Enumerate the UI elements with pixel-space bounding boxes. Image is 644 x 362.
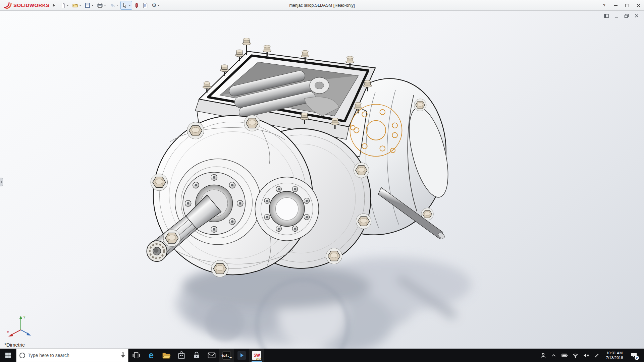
maximize-button[interactable] <box>621 0 633 11</box>
media-app-icon <box>237 351 246 360</box>
clock-time: 10:31 AM <box>606 351 623 355</box>
file-properties-icon <box>142 2 148 8</box>
clock-date: 7/13/2018 <box>606 355 623 360</box>
media-app-button[interactable] <box>234 349 249 362</box>
chevron-up-icon <box>551 354 556 357</box>
triad-x-label: x <box>7 330 9 334</box>
panel-flyout-handle[interactable] <box>0 178 3 186</box>
document-window-controls <box>603 13 640 19</box>
minimize-icon <box>614 5 618 6</box>
child-restore-icon <box>624 14 629 18</box>
battery-button[interactable] <box>559 349 570 362</box>
close-icon <box>637 4 640 7</box>
select-tool-dropdown[interactable] <box>129 5 131 6</box>
window-controls: ? <box>598 0 644 11</box>
document-title: menjac sklop.SLDASM [Read-only] <box>289 0 355 11</box>
child-minimize-button[interactable] <box>613 13 620 19</box>
solidworks-icon: SW 2017 <box>252 351 261 360</box>
hidden-icons-button[interactable] <box>548 349 559 362</box>
taskbar-search-box[interactable] <box>16 349 128 362</box>
pen-button[interactable] <box>591 349 602 362</box>
dock-panel-icon <box>604 14 609 18</box>
select-tool-button[interactable] <box>120 1 132 10</box>
child-close-icon <box>635 14 639 18</box>
mail-icon <box>208 352 216 358</box>
close-button[interactable] <box>633 0 644 11</box>
solidworks-taskbar-button[interactable]: SW 2017 <box>249 349 264 362</box>
save-dropdown[interactable] <box>92 5 94 6</box>
cortana-icon <box>19 353 25 358</box>
child-dock-button[interactable] <box>603 13 610 19</box>
windows-logo-icon <box>5 352 11 358</box>
people-icon <box>540 353 546 358</box>
solidworks-logo: SOLIDWORKS <box>0 2 52 9</box>
graphics-area[interactable] <box>0 11 644 349</box>
command-prompt-button[interactable]: &gt;_ <box>219 349 234 362</box>
maximize-icon <box>625 4 629 7</box>
brand-wordmark: SOLIDWORKS <box>13 2 49 8</box>
select-cursor-icon <box>122 2 128 8</box>
show-desktop-button[interactable] <box>641 349 644 362</box>
main-toolbar: ⚙ <box>58 1 161 10</box>
store-bag-icon <box>178 351 185 359</box>
graphics-viewport[interactable]: *Dimetric Y x <box>0 11 644 349</box>
print-button[interactable] <box>96 1 107 10</box>
rebuild-icon <box>134 2 139 8</box>
undo-icon <box>109 2 115 8</box>
options-button[interactable]: ⚙ <box>150 1 161 10</box>
solidworks-window: SOLIDWORKS <box>0 0 644 362</box>
triad-y-label: Y <box>23 315 26 319</box>
file-explorer-button[interactable] <box>159 349 174 362</box>
titlebar: SOLIDWORKS <box>0 0 644 11</box>
mail-button[interactable] <box>204 349 219 362</box>
child-close-button[interactable] <box>633 13 640 19</box>
child-minimize-icon <box>614 14 619 18</box>
rebuild-button[interactable] <box>133 1 140 10</box>
new-document-icon <box>60 2 66 8</box>
save-button[interactable] <box>83 1 95 10</box>
people-button[interactable] <box>538 349 548 362</box>
volume-button[interactable] <box>581 349 591 362</box>
action-center-button[interactable]: 2 <box>627 349 641 362</box>
view-orientation-label: *Dimetric <box>4 342 25 348</box>
options-gear-icon: ⚙ <box>152 2 156 8</box>
file-explorer-icon <box>162 352 171 359</box>
orientation-triad[interactable]: Y x <box>6 313 38 340</box>
notification-badge: 2 <box>635 356 639 360</box>
padlock-icon <box>193 351 200 359</box>
open-button[interactable] <box>71 1 83 10</box>
edge-icon: e <box>149 351 154 360</box>
print-dropdown[interactable] <box>104 5 106 6</box>
start-button[interactable] <box>0 349 16 362</box>
task-view-button[interactable] <box>128 349 144 362</box>
new-document-button[interactable] <box>58 1 70 10</box>
new-document-dropdown[interactable] <box>67 5 69 6</box>
print-icon <box>97 2 103 8</box>
help-button[interactable]: ? <box>598 0 610 11</box>
wifi-icon <box>573 353 578 358</box>
undo-dropdown[interactable] <box>116 5 118 6</box>
command-prompt-icon: &gt;_ <box>222 351 231 360</box>
brand-mark-icon <box>3 2 12 9</box>
menu-expand-arrow[interactable] <box>53 4 55 7</box>
task-view-icon <box>132 352 140 359</box>
store-button[interactable] <box>174 349 189 362</box>
taskbar-clock[interactable]: 10:31 AM 7/13/2018 <box>602 349 627 362</box>
save-icon <box>85 2 91 8</box>
secondary-flange[interactable] <box>255 177 319 241</box>
pen-icon <box>594 353 599 358</box>
file-properties-button[interactable] <box>141 1 150 10</box>
lock-app-button[interactable] <box>189 349 204 362</box>
edge-browser-button[interactable]: e <box>144 349 159 362</box>
open-dropdown[interactable] <box>79 5 81 6</box>
speaker-icon <box>583 353 589 358</box>
battery-icon <box>561 353 568 358</box>
taskbar: e <box>0 349 644 362</box>
undo-button[interactable] <box>108 1 120 10</box>
network-button[interactable] <box>570 349 581 362</box>
microphone-icon[interactable] <box>121 352 125 358</box>
child-restore-button[interactable] <box>623 13 630 19</box>
minimize-button[interactable] <box>610 0 621 11</box>
options-dropdown[interactable] <box>158 5 160 6</box>
search-input[interactable] <box>28 353 118 358</box>
